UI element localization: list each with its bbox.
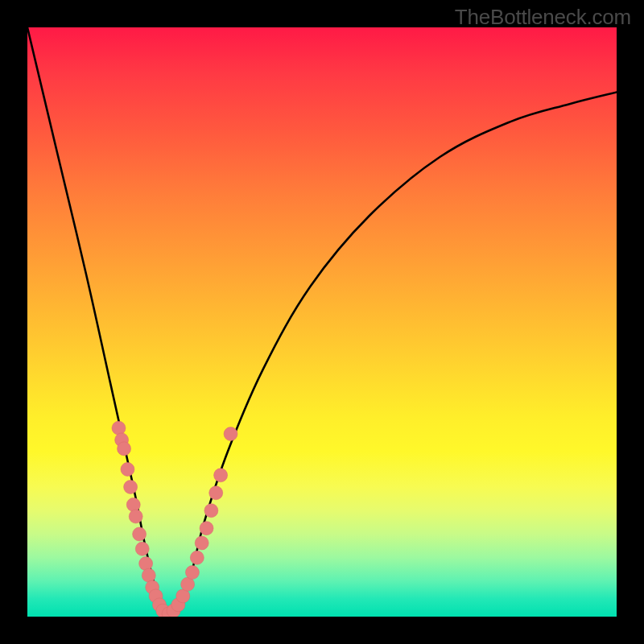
watermark-text: TheBottleneck.com — [455, 5, 631, 30]
background-gradient — [27, 27, 617, 617]
chart-frame: TheBottleneck.com — [0, 0, 644, 644]
plot-area — [27, 27, 617, 617]
